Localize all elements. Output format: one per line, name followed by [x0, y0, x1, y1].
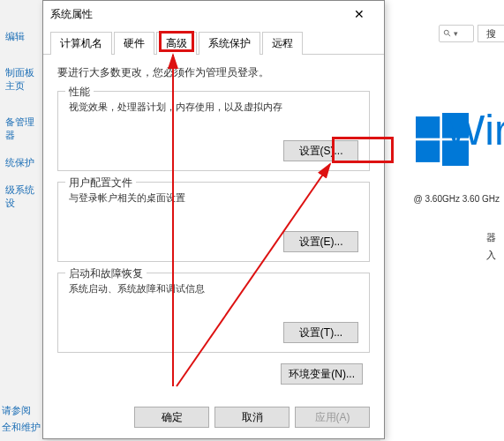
- sidebar-item-edit[interactable]: 编辑: [0, 26, 42, 47]
- sidebar-item-protect[interactable]: 统保护: [0, 153, 42, 173]
- svg-rect-2: [416, 116, 440, 138]
- close-icon: ✕: [354, 7, 365, 21]
- startup-group: 启动和故障恢复 系统启动、系统故障和调试信息 设置(T)...: [57, 273, 370, 353]
- sidebar-item-devmgr[interactable]: 备管理器: [0, 112, 42, 146]
- cancel-button[interactable]: 取消: [214, 407, 290, 428]
- svg-line-1: [448, 34, 451, 37]
- sidebar: 编辑 制面板主页 备管理器 统保护 级系统设: [0, 0, 42, 441]
- close-button[interactable]: ✕: [342, 1, 377, 27]
- bottom-links: 请参阅 全和维护: [2, 402, 41, 436]
- apply-button[interactable]: 应用(A): [295, 407, 370, 428]
- performance-settings-button[interactable]: 设置(S)...: [283, 140, 358, 161]
- dialog-content: 要进行大多数更改，您必须作为管理员登录。 性能 视觉效果，处理器计划，内存使用，…: [43, 55, 384, 395]
- admin-note: 要进行大多数更改，您必须作为管理员登录。: [57, 65, 370, 80]
- search-icon: [443, 29, 452, 38]
- system-properties-dialog: 系统属性 ✕ 计算机名 硬件 高级 系统保护 远程 要进行大多数更改，您必须作为…: [42, 0, 385, 439]
- startup-settings-button[interactable]: 设置(T)...: [283, 322, 358, 343]
- search-dropdown[interactable]: 搜: [478, 25, 504, 42]
- tabstrip: 计算机名 硬件 高级 系统保护 远程: [43, 31, 384, 55]
- sidebar-item-home[interactable]: 制面板主页: [0, 63, 42, 96]
- see-also-link[interactable]: 请参阅: [2, 402, 41, 419]
- windows-text: Wir: [445, 106, 504, 154]
- profiles-group: 用户配置文件 与登录帐户相关的桌面设置 设置(E)...: [57, 182, 370, 262]
- tab-advanced[interactable]: 高级: [156, 32, 197, 55]
- startup-title: 启动和故障恢复: [65, 266, 147, 281]
- profiles-desc: 与登录帐户相关的桌面设置: [69, 191, 358, 205]
- dialog-title: 系统属性: [50, 7, 93, 22]
- env-variables-button[interactable]: 环境变量(N)...: [281, 363, 363, 385]
- ok-button[interactable]: 确定: [134, 407, 209, 428]
- svg-rect-4: [416, 140, 440, 162]
- char-2: 入: [486, 249, 504, 262]
- profiles-settings-button[interactable]: 设置(E)...: [283, 231, 358, 252]
- profiles-title: 用户配置文件: [65, 176, 136, 191]
- sidebar-item-advanced[interactable]: 级系统设: [0, 180, 42, 213]
- dialog-actions: 确定 取消 应用(A): [134, 407, 370, 428]
- performance-title: 性能: [65, 85, 94, 100]
- background-right: ▾ 搜 Wir @ 3.60GHz 3.60 GHz 器 入: [380, 0, 504, 441]
- svg-point-0: [444, 30, 448, 34]
- env-row: 环境变量(N)...: [57, 363, 370, 385]
- cpu-info: @ 3.60GHz 3.60 GHz: [414, 194, 500, 204]
- security-link[interactable]: 全和维护: [2, 419, 41, 436]
- tab-computer-name[interactable]: 计算机名: [50, 32, 112, 55]
- tab-hardware[interactable]: 硬件: [114, 32, 154, 55]
- char-1: 器: [486, 231, 504, 244]
- startup-desc: 系统启动、系统故障和调试信息: [69, 282, 358, 295]
- performance-group: 性能 视觉效果，处理器计划，内存使用，以及虚拟内存 设置(S)...: [57, 91, 370, 171]
- tab-system-protection[interactable]: 系统保护: [199, 32, 260, 55]
- search-box[interactable]: ▾: [439, 25, 474, 42]
- tab-remote[interactable]: 远程: [262, 32, 303, 55]
- titlebar: 系统属性 ✕: [43, 1, 384, 27]
- performance-desc: 视觉效果，处理器计划，内存使用，以及虚拟内存: [69, 101, 358, 114]
